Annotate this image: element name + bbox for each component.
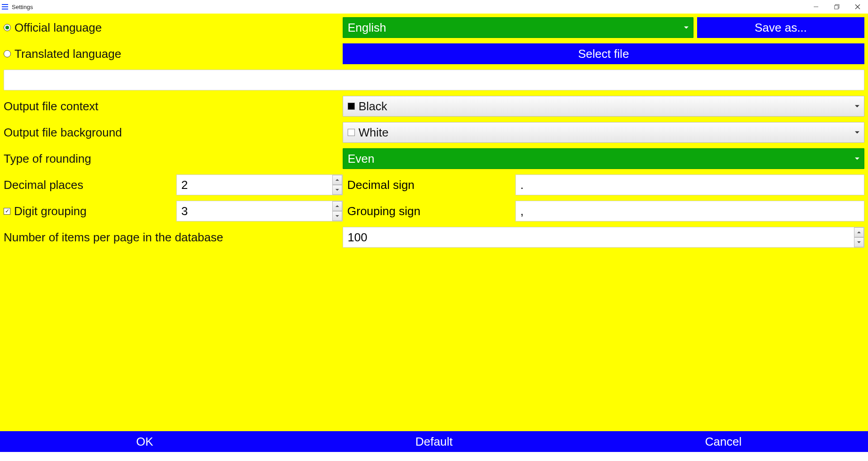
- digit-grouping-checkbox[interactable]: ✓ Digit grouping: [4, 204, 86, 218]
- items-per-page-label: Number of items per page in the database: [4, 230, 223, 245]
- triangle-down-icon: [335, 215, 339, 217]
- chevron-down-icon: [855, 105, 859, 108]
- window-controls: [806, 0, 868, 14]
- row-grouping: ✓ Digit grouping 3 Grouping sign ,: [4, 201, 864, 221]
- titlebar: Settings: [0, 0, 868, 14]
- digit-grouping-spinner[interactable]: 3: [176, 201, 343, 221]
- official-language-label: Official language: [14, 21, 102, 35]
- spin-up-button[interactable]: [854, 227, 864, 237]
- spin-up-button[interactable]: [332, 175, 342, 185]
- settings-panel: Official language English Save as... Tra…: [0, 14, 868, 452]
- decimal-places-spinner[interactable]: 2: [176, 174, 343, 195]
- decimal-places-label: Decimal places: [4, 178, 83, 192]
- row-official-language: Official language English Save as...: [4, 17, 864, 38]
- close-button[interactable]: [847, 0, 868, 14]
- default-button[interactable]: Default: [289, 431, 579, 452]
- row-output-background: Output file background White: [4, 122, 864, 143]
- output-background-value: White: [359, 126, 388, 140]
- output-context-label: Output file context: [4, 99, 99, 113]
- decimal-places-value: 2: [181, 178, 188, 192]
- color-swatch-white: [348, 129, 355, 136]
- app-menu-icon: [2, 3, 9, 10]
- file-path-display: [4, 70, 864, 90]
- row-file-path: [4, 70, 864, 90]
- official-language-radio[interactable]: Official language: [4, 21, 102, 35]
- svg-rect-2: [835, 5, 838, 9]
- triangle-up-icon: [335, 179, 339, 181]
- output-background-label: Output file background: [4, 126, 122, 140]
- spin-up-button[interactable]: [332, 201, 342, 211]
- select-file-button[interactable]: Select file: [343, 43, 864, 64]
- checkbox-checked-icon: ✓: [4, 208, 10, 215]
- chevron-down-icon: [855, 158, 859, 160]
- radio-checked-icon: [4, 24, 11, 31]
- grouping-sign-label: Grouping sign: [347, 204, 420, 218]
- official-language-dropdown[interactable]: English: [343, 17, 693, 38]
- row-output-context: Output file context Black: [4, 96, 864, 117]
- footer-bar: OK Default Cancel: [0, 431, 868, 452]
- save-as-button[interactable]: Save as...: [697, 17, 864, 38]
- minimize-button[interactable]: [806, 0, 826, 14]
- window-title: Settings: [12, 4, 33, 10]
- decimal-sign-value: .: [520, 178, 524, 192]
- rounding-label: Type of rounding: [4, 152, 91, 166]
- output-context-value: Black: [359, 99, 387, 113]
- translated-language-radio[interactable]: Translated language: [4, 47, 121, 61]
- decimal-sign-label: Decimal sign: [347, 178, 415, 192]
- spin-down-button[interactable]: [332, 211, 342, 221]
- ok-button[interactable]: OK: [0, 431, 289, 452]
- rounding-dropdown[interactable]: Even: [343, 148, 864, 169]
- chevron-down-icon: [855, 132, 859, 134]
- row-rounding: Type of rounding Even: [4, 148, 864, 169]
- triangle-up-icon: [857, 231, 861, 233]
- official-language-value: English: [348, 21, 386, 35]
- digit-grouping-label: Digit grouping: [14, 204, 86, 218]
- spin-down-button[interactable]: [332, 185, 342, 195]
- translated-language-label: Translated language: [14, 47, 121, 61]
- items-per-page-spinner[interactable]: 100: [343, 227, 864, 248]
- digit-grouping-value: 3: [181, 204, 188, 218]
- decimal-sign-input[interactable]: .: [515, 174, 864, 195]
- row-items-per-page: Number of items per page in the database…: [4, 227, 864, 248]
- grouping-sign-value: ,: [520, 204, 524, 218]
- radio-unchecked-icon: [4, 50, 11, 57]
- cancel-button[interactable]: Cancel: [579, 431, 868, 452]
- triangle-down-icon: [857, 241, 861, 243]
- chevron-down-icon: [684, 27, 689, 29]
- output-context-dropdown[interactable]: Black: [343, 96, 864, 117]
- row-decimal: Decimal places 2 Decimal sign .: [4, 174, 864, 195]
- spin-down-button[interactable]: [854, 237, 864, 247]
- grouping-sign-input[interactable]: ,: [515, 201, 864, 221]
- color-swatch-black: [348, 103, 355, 110]
- triangle-down-icon: [335, 189, 339, 191]
- rounding-value: Even: [348, 152, 374, 166]
- items-per-page-value: 100: [348, 230, 367, 245]
- triangle-up-icon: [335, 205, 339, 207]
- maximize-button[interactable]: [826, 0, 847, 14]
- row-translated-language: Translated language Select file: [4, 43, 864, 64]
- output-background-dropdown[interactable]: White: [343, 122, 864, 143]
